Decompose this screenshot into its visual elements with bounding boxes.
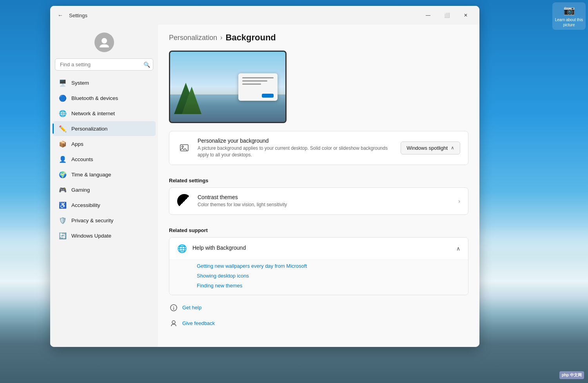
get-help-label: Get help (182, 305, 201, 310)
update-icon: 🔄 (59, 232, 67, 240)
sidebar-item-privacy[interactable]: 🛡️ Privacy & security (53, 213, 156, 228)
help-title: Help with Background (192, 245, 246, 251)
chevron-right-icon: › (458, 198, 460, 204)
breadcrumb-current: Background (225, 33, 276, 43)
svg-point-4 (173, 309, 174, 309)
gaming-icon: 🎮 (59, 186, 67, 194)
sidebar-item-personalization-label: Personalization (71, 126, 107, 132)
contrast-desc: Color themes for low vision, light sensi… (198, 201, 452, 208)
breadcrumb-separator: › (220, 34, 222, 41)
sidebar-item-time[interactable]: 🌍 Time & language (53, 167, 156, 182)
help-chevron-up-icon: ∧ (456, 245, 460, 252)
camera-icon: 📷 (563, 5, 575, 16)
window-title: Settings (69, 13, 87, 18)
php-badge: php 中文网 (559, 371, 584, 379)
chevron-up-icon: ∧ (451, 145, 454, 151)
titlebar: ← Settings — ⬜ ✕ (50, 6, 479, 25)
search-container: 🔍 (55, 58, 153, 71)
help-link-wallpapers[interactable]: Getting new wallpapers every day from Mi… (197, 263, 460, 269)
give-feedback-label: Give feedback (182, 320, 215, 326)
accessibility-icon: ♿ (59, 201, 67, 209)
learn-about-picture-label: Learn about this picture (555, 17, 583, 27)
sidebar-item-system[interactable]: 🖥️ System (53, 75, 156, 90)
get-help-icon (169, 303, 178, 312)
system-icon: 🖥️ (59, 79, 67, 87)
back-icon: ← (58, 12, 63, 18)
breadcrumb-parent[interactable]: Personalization (169, 34, 217, 42)
help-support-card: 🌐 Help with Background ∧ Getting new wal… (169, 237, 468, 295)
search-input[interactable] (55, 58, 153, 71)
preview-dialog (238, 73, 278, 101)
privacy-icon: 🛡️ (59, 216, 67, 224)
related-settings-header: Related settings (169, 171, 468, 187)
dialog-line-3 (242, 83, 261, 85)
sidebar-item-bluetooth-label: Bluetooth & devices (71, 95, 118, 101)
sidebar: 🔍 🖥️ System 🔵 Bluetooth & devices 🌐 Netw… (50, 25, 158, 347)
minimize-button[interactable]: — (419, 9, 437, 22)
avatar (94, 33, 114, 52)
background-type-label: Windows spotlight (407, 145, 448, 151)
main-panel: Personalization › Background (158, 25, 479, 347)
svg-point-0 (102, 38, 107, 44)
learn-about-picture-button[interactable]: 📷 Learn about this picture (552, 2, 586, 30)
sidebar-item-personalization[interactable]: ✏️ Personalization (53, 121, 156, 136)
personalization-icon: ✏️ (59, 125, 67, 133)
sidebar-item-accounts-label: Accounts (71, 156, 93, 162)
sidebar-item-system-label: System (71, 80, 89, 86)
personalize-bg-row: Personalize your background A picture ba… (169, 131, 468, 165)
content-area: 🔍 🖥️ System 🔵 Bluetooth & devices 🌐 Netw… (50, 25, 479, 347)
bottom-links: Get help Give feedback (169, 301, 468, 330)
titlebar-left: ← Settings (55, 10, 87, 21)
contrast-title: Contrast themes (198, 194, 452, 200)
sidebar-item-gaming[interactable]: 🎮 Gaming (53, 182, 156, 197)
sidebar-item-time-label: Time & language (71, 172, 111, 178)
contrast-text: Contrast themes Color themes for low vis… (198, 194, 452, 208)
sidebar-item-update[interactable]: 🔄 Windows Update (53, 228, 156, 243)
related-settings-card: Contrast themes Color themes for low vis… (169, 187, 468, 215)
back-button[interactable]: ← (55, 10, 66, 21)
apps-icon: 📦 (59, 140, 67, 148)
maximize-button[interactable]: ⬜ (438, 9, 456, 22)
support-links-container: Getting new wallpapers every day from Mi… (169, 260, 468, 295)
sidebar-item-apps[interactable]: 📦 Apps (53, 136, 156, 151)
desktop-preview (169, 51, 287, 123)
dialog-line-2 (242, 80, 267, 82)
give-feedback-row[interactable]: Give feedback (169, 317, 468, 330)
accounts-icon: 👤 (59, 155, 67, 163)
sidebar-item-gaming-label: Gaming (71, 187, 90, 193)
time-icon: 🌍 (59, 171, 67, 178)
picture-icon (177, 141, 191, 155)
network-icon: 🌐 (59, 109, 67, 117)
sidebar-item-bluetooth[interactable]: 🔵 Bluetooth & devices (53, 91, 156, 105)
personalize-bg-desc: A picture background applies to your cur… (198, 145, 394, 158)
sidebar-item-privacy-label: Privacy & security (71, 218, 113, 223)
preview-desktop-area (170, 52, 285, 122)
sidebar-item-accessibility[interactable]: ♿ Accessibility (53, 198, 156, 212)
sidebar-item-update-label: Windows Update (71, 233, 111, 239)
svg-point-2 (182, 146, 183, 147)
bg-type-control: Windows spotlight ∧ (401, 142, 460, 154)
window-controls: — ⬜ ✕ (419, 9, 475, 22)
sidebar-item-accounts[interactable]: 👤 Accounts (53, 152, 156, 167)
dialog-line-1 (242, 77, 274, 78)
search-icon: 🔍 (143, 62, 150, 68)
related-support-header: Related support (169, 221, 468, 237)
help-support-header-row[interactable]: 🌐 Help with Background ∧ (169, 238, 468, 260)
sidebar-item-network[interactable]: 🌐 Network & internet (53, 106, 156, 121)
svg-point-5 (172, 321, 175, 324)
avatar-container (50, 29, 158, 58)
personalize-bg-text: Personalize your background A picture ba… (198, 138, 394, 158)
personalize-bg-title: Personalize your background (198, 138, 394, 144)
sidebar-item-accessibility-label: Accessibility (71, 202, 100, 208)
give-feedback-icon (169, 319, 178, 328)
globe-icon: 🌐 (177, 244, 187, 253)
get-help-row[interactable]: Get help (169, 301, 468, 314)
contrast-icon (177, 194, 191, 208)
personalize-bg-card: Personalize your background A picture ba… (169, 131, 468, 165)
close-button[interactable]: ✕ (457, 9, 475, 22)
sidebar-item-apps-label: Apps (71, 141, 83, 147)
help-link-themes[interactable]: Finding new themes (197, 283, 460, 289)
help-link-desktop-icons[interactable]: Showing desktop icons (197, 273, 460, 279)
contrast-themes-row[interactable]: Contrast themes Color themes for low vis… (169, 188, 468, 214)
background-type-dropdown[interactable]: Windows spotlight ∧ (401, 142, 460, 154)
